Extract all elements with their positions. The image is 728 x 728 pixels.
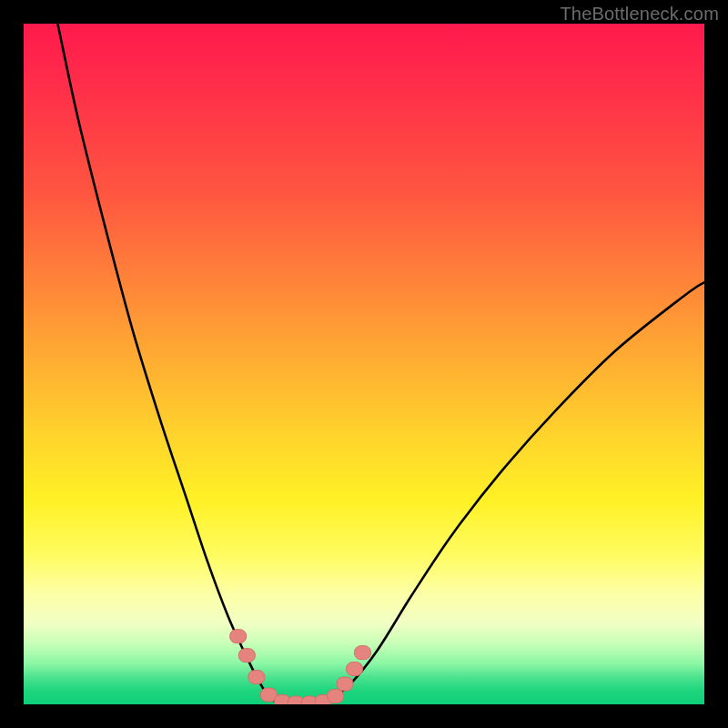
chart-svg-layer	[24, 24, 704, 704]
curve-marker	[337, 677, 353, 691]
curve-marker	[328, 690, 344, 703]
curve-marker	[248, 671, 265, 684]
bottleneck-curve	[57, 24, 704, 703]
curve-marker	[347, 662, 363, 676]
curve-marker	[230, 630, 247, 643]
curve-marker	[355, 646, 371, 660]
watermark-text: TheBottleneck.com	[560, 4, 719, 25]
curve-marker	[238, 649, 255, 662]
